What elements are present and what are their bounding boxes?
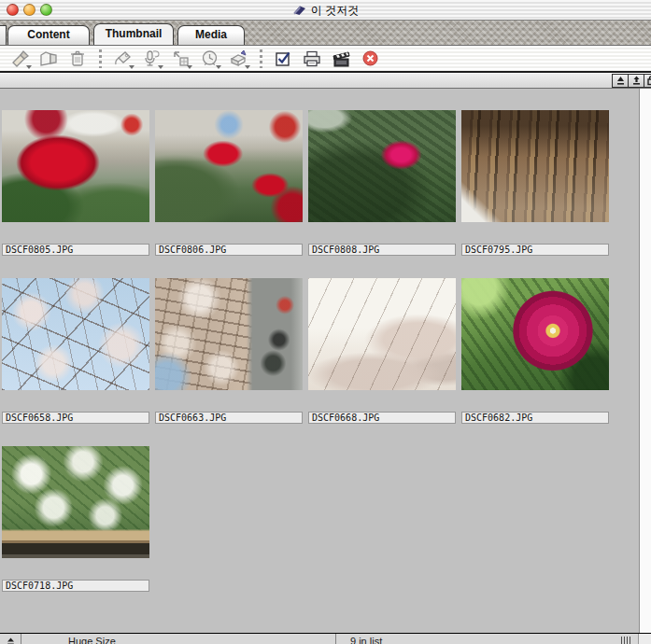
checkbox-button[interactable]	[271, 48, 295, 70]
media-clapper-icon	[332, 50, 351, 67]
thumbnail-cell: DSCF0658.JPG	[2, 278, 149, 424]
trash-button[interactable]	[65, 48, 90, 70]
vertical-scrollbar[interactable]	[639, 89, 651, 633]
delete-button[interactable]	[358, 48, 382, 70]
tab-media-label: Media	[195, 28, 227, 41]
size-menu-button[interactable]	[0, 634, 21, 644]
thumbnail-grid: DSCF0805.JPG DSCF0806.JPG DSCF0808.JPG D…	[0, 89, 639, 633]
voice-annotation-button[interactable]	[139, 48, 163, 70]
toolbar-separator	[99, 49, 102, 68]
checkbox-icon	[275, 50, 291, 67]
thumbnail-cell: DSCF0808.JPG	[308, 110, 456, 256]
size-label[interactable]: Huge Size	[21, 634, 336, 644]
dropdown-arrow-icon	[187, 65, 192, 69]
thumbnail-photo[interactable]	[461, 278, 609, 390]
toolbar-separator	[260, 49, 262, 68]
thumbnail-cell: DSCF0795.JPG	[461, 110, 609, 256]
tab-media[interactable]: Media	[177, 25, 245, 45]
folder-button[interactable]	[36, 48, 61, 70]
status-bar: Huge Size 9 in list	[0, 633, 651, 644]
window-title: 이 것저것	[311, 3, 359, 19]
dropdown-arrow-icon	[245, 65, 250, 69]
sort-header-bar	[0, 73, 651, 89]
scrollbar-corner	[638, 634, 651, 644]
thumbnail-cell: DSCF0718.JPG	[2, 446, 149, 592]
resize-grip[interactable]	[621, 637, 630, 644]
folder-icon	[39, 50, 58, 66]
tag-button[interactable]	[110, 48, 134, 70]
stamp-edit-button[interactable]	[7, 48, 32, 70]
filename-field[interactable]: DSCF0668.JPG	[308, 412, 456, 424]
resize-button[interactable]	[168, 48, 192, 70]
thumbnail-cell: DSCF0682.JPG	[461, 278, 609, 424]
media-clapper-button[interactable]	[329, 48, 353, 70]
clock-button[interactable]	[197, 48, 221, 70]
dropdown-arrow-icon	[129, 65, 134, 69]
dropdown-arrow-icon	[216, 65, 221, 69]
sort-ascending-button[interactable]	[612, 74, 628, 88]
thumbnail-photo[interactable]	[461, 110, 609, 222]
filename-field[interactable]: DSCF0718.JPG	[2, 580, 149, 592]
filename-field[interactable]: DSCF0808.JPG	[308, 244, 456, 256]
filename-field[interactable]: DSCF0663.JPG	[155, 412, 303, 424]
send-button[interactable]	[226, 48, 250, 70]
thumbnail-photo[interactable]	[308, 110, 456, 222]
print-button[interactable]	[300, 48, 324, 70]
sort-ascending-icon	[616, 76, 626, 86]
item-count-label: 9 in list	[336, 634, 651, 644]
trash-icon	[70, 49, 85, 67]
tab-thumbnail[interactable]: Thumbnail	[93, 23, 174, 45]
tab-content[interactable]: Content	[7, 25, 90, 45]
thumbnail-cell: DSCF0805.JPG	[2, 110, 149, 256]
thumbnail-photo[interactable]	[155, 110, 303, 222]
filename-field[interactable]: DSCF0795.JPG	[461, 244, 609, 256]
size-menu-icon	[7, 637, 15, 644]
thumbnail-photo[interactable]	[2, 446, 149, 558]
print-icon	[303, 50, 321, 67]
clipped-button-icon	[646, 76, 651, 86]
filename-field[interactable]: DSCF0806.JPG	[155, 244, 303, 256]
tab-thumbnail-label: Thumbnail	[106, 27, 163, 40]
book-icon	[292, 5, 306, 16]
thumbnail-photo[interactable]	[308, 278, 456, 390]
thumbnail-photo[interactable]	[2, 278, 149, 390]
tab-strip: Content Thumbnail Media	[0, 21, 651, 46]
thumbnail-photo[interactable]	[2, 110, 149, 222]
thumbnail-cell: DSCF0663.JPG	[155, 278, 303, 424]
dropdown-arrow-icon	[158, 65, 163, 69]
toolbar	[0, 46, 651, 73]
thumbnail-photo[interactable]	[155, 278, 303, 390]
filename-field[interactable]: DSCF0805.JPG	[2, 244, 149, 256]
tab-content-label: Content	[27, 28, 69, 41]
dropdown-arrow-icon	[26, 65, 32, 69]
filename-field[interactable]: DSCF0658.JPG	[2, 412, 149, 424]
delete-icon	[362, 50, 378, 66]
export-up-button[interactable]	[628, 74, 644, 88]
thumbnail-cell: DSCF0668.JPG	[308, 278, 456, 424]
export-up-icon	[631, 76, 642, 86]
thumbnail-cell: DSCF0806.JPG	[155, 110, 303, 256]
title-bar: 이 것저것	[0, 0, 651, 21]
filename-field[interactable]: DSCF0682.JPG	[461, 412, 609, 424]
clipped-header-button[interactable]	[644, 74, 651, 88]
partial-tab-edge	[0, 25, 7, 45]
